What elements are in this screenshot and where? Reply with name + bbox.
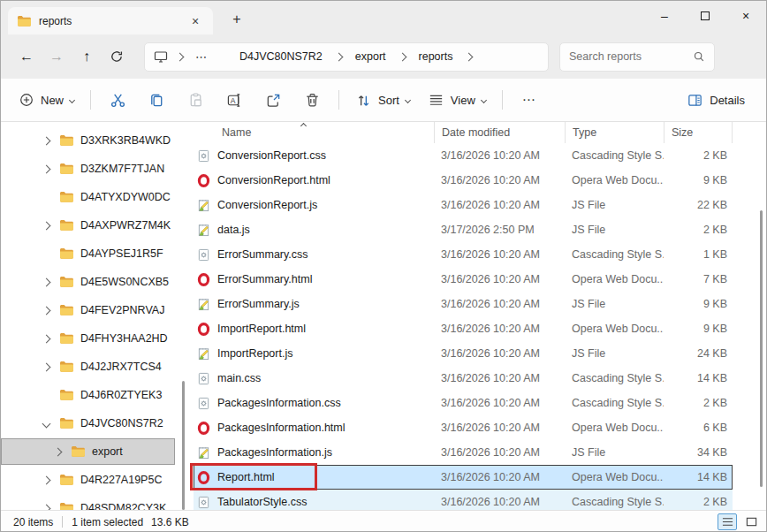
sidebar-folder-item[interactable]: export <box>1 438 175 465</box>
chevron-slot <box>51 449 64 455</box>
file-list-scrollbar[interactable] <box>760 210 763 487</box>
expand-chevron-icon[interactable] <box>42 334 50 343</box>
details-view-toggle[interactable] <box>718 513 737 530</box>
scissors-icon <box>110 92 126 109</box>
delete-button[interactable] <box>292 85 331 115</box>
sidebar-item-label: D4JVC80NS7R2 <box>80 417 163 429</box>
selection-size: 13.6 KB <box>151 516 189 528</box>
file-row[interactable]: main.css 3/16/2026 10:20 AM Cascading St… <box>194 366 733 391</box>
file-row[interactable]: PackagesInformation.html 3/16/2026 10:20… <box>194 415 733 440</box>
expand-chevron-icon[interactable] <box>42 164 50 173</box>
breadcrumb-item-reports[interactable]: reports <box>414 48 458 65</box>
file-row[interactable]: ErrorSummary.js 3/16/2026 10:20 AM JS Fi… <box>194 292 733 316</box>
sidebar-folder-item[interactable]: D4JVC80NS7R2 <box>1 410 175 437</box>
file-row[interactable]: TabulatorStyle.css 3/16/2026 10:20 AM Ca… <box>194 490 733 510</box>
column-header-label: Date modified <box>442 126 510 139</box>
file-explorer-window: reports × + – × ← → ↑ ⋯ D4JVC80NS7R2 exp… <box>0 0 767 532</box>
tab-close-icon[interactable]: × <box>186 12 204 30</box>
file-name: ConversionReport.css <box>217 149 326 162</box>
expand-chevron-icon[interactable] <box>42 221 50 230</box>
column-header-size[interactable]: Size <box>664 122 733 143</box>
file-type: Opera Web Docu... <box>565 273 664 285</box>
chevron-slot <box>40 336 52 342</box>
up-button[interactable]: ↑ <box>72 43 102 70</box>
refresh-button[interactable] <box>102 43 132 70</box>
this-pc-icon[interactable] <box>154 49 168 64</box>
sidebar-folder-item[interactable]: D4FHY3HAA2HD <box>1 325 175 352</box>
breadcrumb-chevron-icon <box>465 52 474 61</box>
share-button[interactable] <box>254 85 292 115</box>
file-size: 22 KB <box>664 199 733 211</box>
file-type: Opera Web Docu... <box>565 422 664 434</box>
breadcrumb-overflow-button[interactable]: ⋯ <box>192 50 211 64</box>
file-row[interactable]: ConversionReport.html 3/16/2026 10:20 AM… <box>194 168 733 193</box>
file-row[interactable]: PackagesInformation.js 3/16/2026 10:20 A… <box>194 440 733 465</box>
file-row[interactable]: PackagesInformation.css 3/16/2026 10:20 … <box>194 391 733 415</box>
column-header-name[interactable]: Name <box>197 122 434 143</box>
column-header-type[interactable]: Type <box>565 122 664 143</box>
breadcrumb-chevron-icon <box>334 52 343 61</box>
breadcrumb-item-export[interactable]: export <box>351 48 391 65</box>
column-header-date-modified[interactable]: Date modified <box>434 122 565 143</box>
file-row[interactable]: ImportReport.js 3/16/2026 10:20 AM JS Fi… <box>194 341 733 366</box>
file-row[interactable]: data.js 3/17/2026 2:50 PM JS File 2 KB <box>194 217 733 242</box>
sidebar-folder-item[interactable]: D4E5WS0NCXB5 <box>1 269 175 295</box>
expand-chevron-icon[interactable] <box>42 277 50 286</box>
file-name: ImportReport.js <box>217 347 292 360</box>
new-button[interactable]: New <box>10 85 83 115</box>
maximize-button[interactable] <box>685 1 725 31</box>
sidebar-folder-item[interactable]: D4ATYXDYW0DC <box>1 184 175 210</box>
file-date-modified: 3/16/2026 10:20 AM <box>434 149 565 162</box>
sidebar-scrollbar[interactable] <box>182 381 185 510</box>
sidebar-folder-item[interactable]: D4J6R0ZTYEK3 <box>1 382 175 408</box>
folder-icon <box>59 388 73 402</box>
file-date-modified: 3/16/2026 10:20 AM <box>434 273 565 285</box>
file-row[interactable]: ErrorSummary.css 3/16/2026 10:20 AM Casc… <box>194 242 733 267</box>
file-row[interactable]: ConversionReport.js 3/16/2026 10:20 AM J… <box>194 193 733 217</box>
copy-button[interactable] <box>137 85 176 115</box>
sort-button[interactable]: Sort <box>346 85 419 115</box>
expand-chevron-icon[interactable] <box>42 504 50 510</box>
breadcrumb-item-device[interactable]: D4JVC80NS7R2 <box>235 48 327 65</box>
chevron-down-icon <box>481 96 487 103</box>
rename-button[interactable]: A <box>215 85 254 115</box>
expand-chevron-icon[interactable] <box>42 475 50 484</box>
expand-chevron-icon[interactable] <box>42 362 50 371</box>
details-pane-button[interactable]: Details <box>678 85 754 115</box>
sidebar-folder-item[interactable]: D4R227A19P5C <box>1 467 175 493</box>
file-size: 9 KB <box>664 298 733 310</box>
sidebar-folder-item[interactable]: D3XRK3RB4WKD <box>1 127 175 154</box>
file-name: PackagesInformation.html <box>217 422 346 434</box>
search-icon[interactable] <box>693 50 705 63</box>
minimize-button[interactable]: – <box>644 1 685 31</box>
sort-ascending-icon <box>300 123 307 129</box>
icons-view-toggle[interactable] <box>741 513 761 530</box>
address-bar[interactable]: ⋯ D4JVC80NS7R2 export reports <box>144 42 549 72</box>
more-options-button[interactable]: ⋯ <box>510 85 549 115</box>
file-row[interactable]: ImportReport.html 3/16/2026 10:20 AM Ope… <box>194 316 733 341</box>
view-button[interactable]: View <box>419 85 495 115</box>
expand-chevron-icon[interactable] <box>42 419 50 428</box>
new-tab-button[interactable]: + <box>225 8 248 31</box>
cut-button[interactable] <box>98 85 137 115</box>
sidebar-folder-item[interactable]: D4FEV2PNRVAJ <box>1 297 175 323</box>
explorer-tab-reports[interactable]: reports × <box>8 7 213 34</box>
sidebar-folder-item[interactable]: D4AXPWRZ7M4K <box>1 212 175 239</box>
folder-icon <box>59 190 73 204</box>
file-type: Cascading Style S... <box>565 149 664 162</box>
file-name-cell: ConversionReport.html <box>197 174 434 187</box>
expand-chevron-icon[interactable] <box>42 306 50 315</box>
sidebar-folder-item[interactable]: D3ZKM7F7TJAN <box>1 156 175 182</box>
close-button[interactable]: × <box>725 1 766 31</box>
file-row[interactable]: ConversionReport.css 3/16/2026 10:20 AM … <box>194 143 733 168</box>
search-box[interactable]: Search reports <box>559 42 715 72</box>
sidebar-folder-item[interactable]: D4J2JRX7TCS4 <box>1 353 175 380</box>
expand-chevron-icon[interactable] <box>53 447 62 456</box>
sidebar-folder-item[interactable]: D48SDM82CY3K <box>1 495 175 510</box>
file-row[interactable]: Report.html 3/16/2026 10:20 AM Opera Web… <box>194 465 733 490</box>
expand-chevron-icon[interactable] <box>42 136 50 145</box>
file-type-icon <box>197 372 210 385</box>
back-button[interactable]: ← <box>11 43 42 70</box>
sidebar-folder-item[interactable]: D4AYPSEJ1R5F <box>1 240 175 267</box>
file-row[interactable]: ErrorSummary.html 3/16/2026 10:20 AM Ope… <box>194 267 733 292</box>
